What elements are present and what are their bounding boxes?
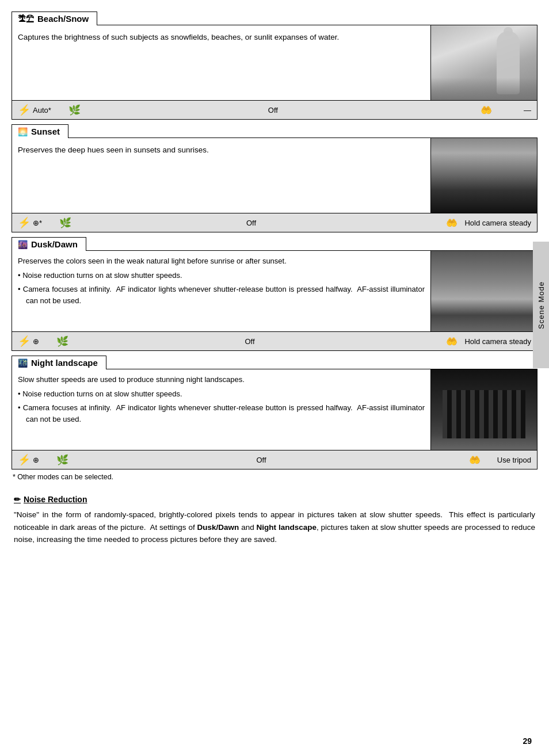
night-landscape-text: Slow shutter speeds are used to produce … [12,369,430,450]
night-landscape-bold: Night landscape [257,523,317,532]
night-landscape-section: 🌃 Night landscape Slow shutter speeds ar… [12,356,537,469]
dusk-dawn-icon: 🌆 [18,240,28,249]
night-landscape-bullet-2: • Camera focuses at infinity. AF indicat… [18,402,425,425]
sunset-image [430,138,537,213]
beach-snow-desc: Captures the brightness of such subjects… [18,31,425,44]
beach-snow-header: 🏝⛱ Beach/Snow [12,12,97,25]
beach-snow-section: 🏝⛱ Beach/Snow Captures the brightness of… [12,12,537,120]
dusk-dawn-bold: Dusk/Dawn [197,523,239,532]
stabilize-label-4: Use tripod [485,456,531,464]
flash-icon-4: ⚡ [18,453,30,466]
beach-snow-icon: 🏝⛱ [18,14,34,24]
dusk-dawn-text: Preserves the colors seen in the weak na… [12,251,430,331]
night-landscape-image [430,369,537,450]
sunset-text: Preserves the deep hues seen in sunsets … [12,138,430,213]
stabilize-label-3: Hold camera steady [462,337,531,346]
dusk-dawn-title: Dusk/Dawn [31,239,78,249]
dusk-dawn-image [430,251,537,331]
page-number: 29 [523,736,532,746]
flash-icon-2: ⚡ [18,216,30,229]
noise-reduction-title: ✏ Noise Reduction [14,495,535,504]
flash-icon: ⚡ [18,104,30,116]
sunset-header: 🌅 Sunset [12,124,68,138]
focus-label: Auto* [33,106,51,114]
dusk-dawn-bullet-1: • Noise reduction turns on at slow shutt… [18,270,425,281]
noise-reduction-section: ✏ Noise Reduction "Noise" in the form of… [12,495,537,546]
beach-snow-image [430,25,537,100]
vr-icon: 🤲 [481,105,492,116]
exposure-label-3: Off [71,337,429,346]
sunset-settings: ⚡ ⊕* 🌿 Off 🤲 Hold camera steady [12,213,537,232]
flash-icon-3: ⚡ [18,335,30,348]
sunset-desc: Preserves the deep hues seen in sunsets … [18,144,425,156]
sidebar-label: Scene Mode [537,281,546,329]
night-landscape-desc: Slow shutter speeds are used to produce … [18,374,425,385]
dusk-dawn-bullet-2: • Camera focuses at infinity. AF indicat… [18,284,425,307]
beach-snow-settings: ⚡ Auto* 🌿 Off 🤲 — [12,100,537,119]
focus-label-2: ⊕* [33,219,42,227]
sunset-title: Sunset [31,127,60,136]
exposure-label: Off [83,106,463,114]
dusk-dawn-header: 🌆 Dusk/Dawn [12,237,86,251]
exposure-label-4: Off [71,456,452,464]
night-landscape-icon: 🌃 [18,358,28,368]
vr-icon-3: 🤲 [446,336,458,347]
wb-icon-4: 🌿 [56,454,68,466]
noise-reduction-label: Noise Reduction [24,495,87,504]
beach-snow-text: Captures the brightness of such subjects… [12,25,430,100]
sunset-icon: 🌅 [18,127,28,136]
sunset-content: Preserves the deep hues seen in sunsets … [12,138,537,213]
exposure-label-2: Off [74,219,429,227]
vr-icon-4: 🤲 [469,455,481,465]
dusk-dawn-settings: ⚡ ⊕ 🌿 Off 🤲 Hold camera steady [12,331,537,350]
wb-icon-2: 🌿 [59,217,71,229]
noise-reduction-icon: ✏ [14,495,21,504]
sidebar-tab: Scene Mode [533,242,549,368]
night-landscape-settings: ⚡ ⊕ 🌿 Off 🤲 Use tripod [12,450,537,469]
sunset-body: Preserves the deep hues seen in sunsets … [12,138,537,232]
dusk-dawn-section: 🌆 Dusk/Dawn Preserves the colors seen in… [12,237,537,351]
noise-reduction-text: "Noise" in the form of randomly-spaced, … [14,509,535,546]
dusk-dawn-desc: Preserves the colors seen in the weak na… [18,255,425,267]
night-landscape-header: 🌃 Night landscape [12,356,106,369]
sunset-section: 🌅 Sunset Preserves the deep hues seen in… [12,124,537,232]
beach-snow-content: Captures the brightness of such subjects… [12,25,537,100]
night-landscape-body: Slow shutter speeds are used to produce … [12,369,537,469]
footer-note: * Other modes can be selected. [12,473,537,481]
dusk-dawn-content: Preserves the colors seen in the weak na… [12,251,537,331]
night-landscape-title: Night landscape [31,358,98,368]
page: Scene Mode 🏝⛱ Beach/Snow Captures the br… [0,0,549,756]
night-landscape-bullet-1: • Noise reduction turns on at slow shutt… [18,388,425,400]
night-landscape-content: Slow shutter speeds are used to produce … [12,369,537,450]
focus-label-3: ⊕ [33,337,39,346]
focus-label-4: ⊕ [33,456,39,464]
stabilize-label-2: Hold camera steady [462,219,531,227]
stabilize-label: — [497,106,531,114]
beach-snow-title: Beach/Snow [37,14,89,24]
wb-icon-3: 🌿 [56,335,68,348]
vr-icon-2: 🤲 [446,217,458,228]
wb-icon: 🌿 [68,104,81,116]
dusk-dawn-body: Preserves the colors seen in the weak na… [12,251,537,351]
beach-snow-body: Captures the brightness of such subjects… [12,25,537,120]
